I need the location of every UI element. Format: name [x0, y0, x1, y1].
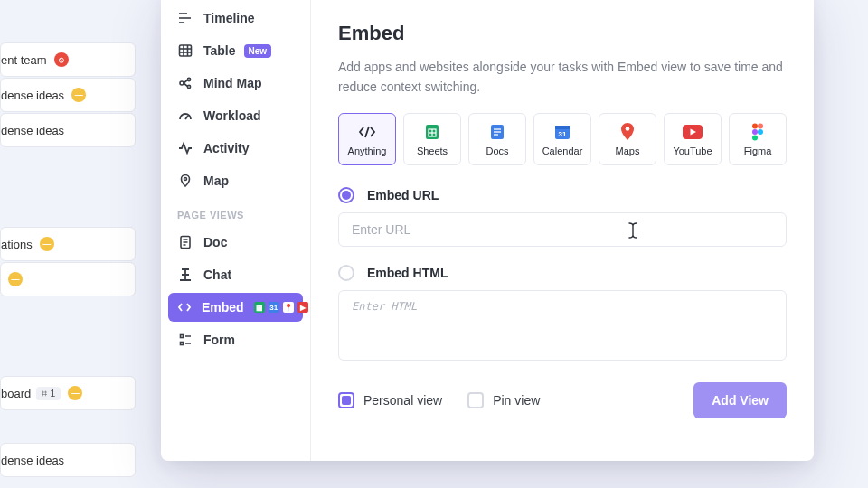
pin-view-label: Pin view: [493, 393, 540, 408]
app-card-label: Docs: [486, 145, 508, 156]
app-card-sheets[interactable]: Sheets: [403, 113, 461, 165]
maps-icon: [620, 123, 635, 141]
app-card-maps[interactable]: Maps: [599, 113, 656, 165]
svg-rect-26: [181, 343, 184, 345]
embed-icon: [177, 300, 192, 314]
app-card-youtube[interactable]: YouTube: [664, 113, 722, 165]
app-card-anything[interactable]: Anything: [338, 113, 396, 165]
sidebar-item-label: Activity: [203, 141, 250, 155]
embed-html-textarea[interactable]: [338, 290, 787, 361]
svg-point-8: [180, 81, 184, 85]
background-list-item[interactable]: dense ideas—: [0, 78, 136, 112]
svg-rect-3: [180, 45, 192, 56]
background-list-item[interactable]: dense ideas: [0, 443, 136, 477]
add-view-modal: Timeline Table New Mind Map Workload: [161, 0, 814, 461]
embed-app-selector: Anything Sheets Docs 31 Calendar: [338, 113, 787, 165]
app-card-label: Sheets: [417, 145, 448, 156]
app-card-label: Anything: [348, 145, 387, 156]
personal-view-checkbox[interactable]: [338, 392, 354, 408]
sidebar-item-activity[interactable]: Activity: [168, 134, 303, 163]
svg-line-11: [184, 80, 188, 84]
calendar-mini-icon: 31: [269, 302, 279, 313]
section-label-page-views: PAGE VIEWS: [168, 199, 303, 228]
doc-icon: [177, 235, 193, 249]
sidebar-item-embed[interactable]: Embed ▦ 31 📍 ▶: [168, 293, 303, 322]
form-icon: [177, 333, 193, 347]
sidebar-item-label: Doc: [203, 235, 227, 249]
embed-app-mini-icons: ▦ 31 📍 ▶: [254, 302, 308, 313]
sidebar-item-table[interactable]: Table New: [168, 36, 303, 65]
view-type-sidebar: Timeline Table New Mind Map Workload: [161, 0, 311, 461]
figma-icon: [751, 123, 764, 141]
mindmap-icon: [177, 76, 193, 90]
embed-url-label: Embed URL: [367, 188, 439, 202]
app-card-calendar[interactable]: 31 Calendar: [533, 113, 591, 165]
personal-view-label: Personal view: [363, 393, 442, 408]
svg-point-47: [752, 135, 758, 140]
pin-view-checkbox[interactable]: [467, 392, 484, 408]
docs-icon: [490, 123, 505, 141]
svg-point-45: [752, 129, 758, 135]
svg-rect-24: [181, 335, 184, 338]
background-list-item[interactable]: ent team⦸: [0, 42, 136, 77]
svg-line-13: [185, 116, 188, 119]
sidebar-item-label: Timeline: [203, 11, 255, 25]
svg-point-40: [626, 127, 630, 131]
background-list-item[interactable]: board⌗ 1—: [0, 376, 136, 410]
sidebar-item-label: Workload: [203, 108, 261, 123]
table-icon: [177, 43, 193, 58]
sidebar-item-label: Map: [203, 174, 229, 188]
embed-url-radio[interactable]: [338, 187, 354, 203]
svg-line-12: [184, 83, 188, 87]
sidebar-item-label: Table: [203, 43, 236, 58]
background-list-item[interactable]: ations—: [0, 227, 136, 261]
calendar-icon: 31: [554, 123, 571, 141]
app-card-figma[interactable]: Figma: [729, 113, 787, 165]
svg-point-46: [758, 129, 763, 135]
sidebar-item-workload[interactable]: Workload: [168, 101, 303, 130]
sidebar-item-timeline[interactable]: Timeline: [168, 4, 303, 33]
add-view-button[interactable]: Add View: [693, 382, 787, 418]
embed-config-panel: Embed Add apps and websites alongside yo…: [311, 0, 814, 461]
sidebar-item-map[interactable]: Map: [168, 166, 303, 195]
svg-point-14: [184, 178, 187, 181]
svg-point-43: [752, 123, 758, 128]
sidebar-item-label: Form: [203, 333, 235, 347]
maps-mini-icon: 📍: [283, 302, 294, 313]
svg-text:31: 31: [559, 130, 567, 138]
youtube-mini-icon: ▶: [297, 302, 308, 313]
embed-url-input[interactable]: [338, 212, 787, 247]
svg-point-44: [758, 123, 763, 128]
sheets-icon: [425, 123, 439, 141]
chat-icon: [177, 267, 193, 282]
embed-html-radio[interactable]: [338, 265, 354, 281]
sidebar-item-label: Mind Map: [203, 76, 262, 90]
sidebar-item-label: Embed: [202, 300, 244, 314]
svg-rect-38: [555, 126, 570, 129]
app-card-label: Calendar: [542, 145, 583, 156]
sheets-mini-icon: ▦: [254, 302, 265, 313]
app-card-label: Maps: [616, 145, 640, 156]
background-list-item[interactable]: dense ideas: [0, 113, 136, 147]
svg-line-28: [365, 127, 369, 137]
embed-html-label: Embed HTML: [367, 266, 448, 280]
sidebar-item-doc[interactable]: Doc: [168, 228, 303, 257]
map-icon: [177, 174, 193, 188]
panel-title: Embed: [338, 22, 787, 45]
sidebar-item-label: Chat: [203, 267, 231, 282]
panel-description: Add apps and websites alongside your tas…: [338, 58, 787, 97]
sidebar-item-form[interactable]: Form: [168, 325, 303, 354]
app-card-docs[interactable]: Docs: [468, 113, 526, 165]
sidebar-item-mindmap[interactable]: Mind Map: [168, 69, 303, 98]
sidebar-item-chat[interactable]: Chat: [168, 260, 303, 289]
anything-icon: [358, 123, 376, 141]
activity-icon: [177, 141, 193, 155]
app-card-label: YouTube: [673, 145, 712, 156]
youtube-icon: [683, 123, 703, 141]
app-card-label: Figma: [744, 145, 772, 156]
new-badge: New: [244, 44, 272, 58]
timeline-icon: [177, 11, 193, 25]
background-list-item[interactable]: —: [0, 262, 136, 296]
workload-icon: [177, 108, 193, 123]
